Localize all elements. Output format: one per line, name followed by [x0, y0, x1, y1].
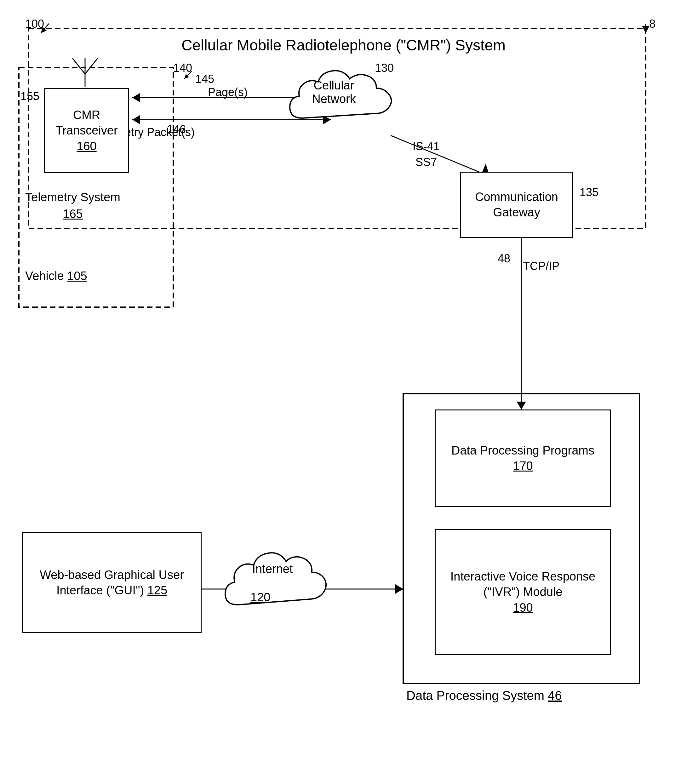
is41-ss7-label: IS-41 SS7: [413, 139, 440, 170]
ref-8: 8: [649, 17, 656, 31]
svg-marker-18: [395, 584, 403, 594]
web-gui-box: Web-based Graphical User Interface ("GUI…: [22, 533, 202, 633]
cmr-system-title: Cellular Mobile Radiotelephone ("CMR") S…: [0, 35, 687, 56]
svg-marker-4: [132, 93, 140, 102]
tcpip-label: TCP/IP: [523, 258, 559, 274]
svg-line-10: [391, 135, 490, 176]
svg-marker-9: [132, 115, 140, 125]
cellular-network-cloud: Cellular Network: [283, 61, 409, 138]
ivr-box: Interactive Voice Response ("IVR") Modul…: [435, 529, 611, 655]
cellular-network-label: Cellular Network: [299, 79, 368, 106]
communication-gateway-box: Communication Gateway: [460, 172, 573, 238]
ref-145: 145: [195, 72, 214, 85]
ref-135: 135: [580, 186, 598, 199]
internet-num: 120: [250, 591, 270, 604]
svg-marker-13: [516, 402, 526, 409]
svg-line-21: [72, 58, 85, 74]
ref-48: 48: [498, 252, 510, 265]
vehicle-label: Vehicle 105: [25, 268, 87, 284]
ref-155: 155: [20, 90, 39, 103]
svg-line-22: [85, 58, 98, 74]
telemetry-system-label: Telemetry System 165: [25, 189, 120, 222]
data-processing-system-label: Data Processing System 46: [406, 687, 562, 704]
ref-100: 100: [25, 17, 44, 31]
internet-cloud: Internet 120: [220, 542, 331, 625]
diagram: 100 8 Cellular Mobile Radiotelephone ("C…: [0, 0, 687, 784]
cmr-transceiver-box: CMR Transceiver 160: [44, 88, 129, 173]
internet-label: Internet: [238, 562, 307, 576]
pages-label: Page(s): [208, 84, 248, 100]
svg-marker-29: [642, 26, 649, 33]
data-processing-programs-box: Data Processing Programs 170: [435, 409, 611, 507]
